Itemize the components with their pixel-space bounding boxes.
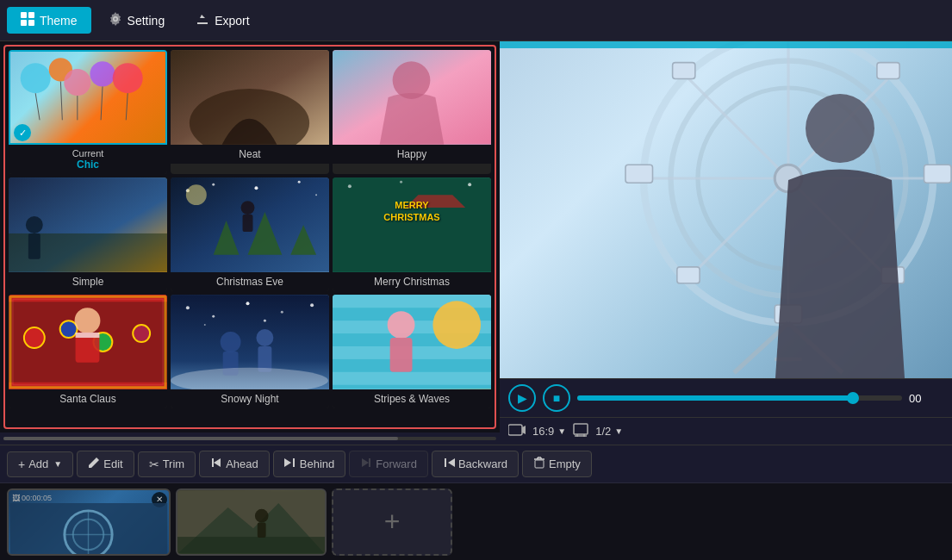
theme-item-santa-claus[interactable]: Santa Claus (9, 295, 167, 408)
svg-point-6 (64, 69, 90, 96)
setting-tab[interactable]: Setting (95, 7, 179, 34)
theme-item-happy[interactable]: Happy (333, 50, 491, 174)
empty-label: Empty (549, 457, 581, 470)
happy-label: Happy (397, 148, 427, 160)
edit-button[interactable]: Edit (77, 451, 134, 477)
clip-1-timestamp: 🖼 00:00:05 (12, 494, 52, 502)
svg-rect-96 (535, 460, 544, 468)
svg-point-109 (255, 508, 269, 522)
svg-point-60 (256, 329, 273, 346)
play-button[interactable]: ▶ (508, 384, 536, 412)
svg-rect-110 (258, 522, 266, 538)
play-icon: ▶ (518, 391, 527, 405)
image-icon: 🖼 (12, 494, 20, 502)
svg-point-4 (21, 63, 51, 93)
aspect-ratio-selector[interactable]: 16:9 ▼ (532, 425, 566, 438)
behind-icon (284, 457, 296, 471)
preview-area (500, 41, 952, 378)
svg-point-26 (298, 181, 301, 184)
progress-fill (577, 395, 853, 401)
clip-1-time: 00:00:05 (22, 494, 52, 502)
add-icon: + (18, 457, 25, 471)
setting-gear-icon (109, 12, 122, 28)
svg-line-10 (60, 82, 62, 121)
ahead-icon (210, 457, 222, 471)
svg-rect-21 (28, 233, 40, 259)
theme-item-chic[interactable]: ✓ Current Chic (9, 50, 167, 174)
theme-panel: ✓ Current Chic (0, 41, 500, 445)
svg-point-58 (221, 332, 241, 352)
svg-rect-3 (28, 20, 34, 26)
stop-button[interactable]: ■ (543, 384, 570, 412)
page-dropdown-arrow: ▼ (614, 426, 623, 436)
main-content: ✓ Current Chic (0, 41, 952, 445)
add-clip-button[interactable]: + (332, 488, 452, 556)
svg-point-36 (400, 181, 402, 184)
timeline: 🖼 00:00:05 ✕ + (0, 482, 952, 560)
svg-point-55 (310, 303, 314, 307)
theme-item-stripes-waves[interactable]: Stripes & Waves (333, 295, 491, 408)
aspect-ratio-label: 16:9 (532, 425, 554, 438)
current-label: Current (9, 148, 167, 159)
empty-button[interactable]: Empty (522, 451, 592, 477)
page-selector[interactable]: 1/2 ▼ (595, 425, 623, 438)
theme-grid-wrapper: ✓ Current Chic (3, 45, 496, 429)
backward-label: Backward (458, 457, 507, 470)
trim-scissors-icon: ✂ (149, 457, 159, 471)
forward-button[interactable]: Forward (349, 451, 428, 477)
svg-point-68 (432, 301, 481, 349)
trim-button[interactable]: ✂ Trim (138, 451, 196, 477)
theme-tab[interactable]: Theme (7, 7, 91, 34)
theme-item-simple[interactable]: Simple (9, 177, 167, 291)
backward-button[interactable]: Backward (432, 451, 519, 477)
export-tab[interactable]: Export (182, 7, 263, 34)
progress-knob[interactable] (847, 392, 859, 404)
edit-icon (88, 457, 100, 471)
theme-item-neat[interactable]: Neat (171, 50, 329, 174)
stop-icon: ■ (553, 391, 560, 405)
svg-point-57 (264, 320, 266, 322)
add-clip-icon: + (384, 506, 401, 538)
svg-point-51 (186, 306, 190, 309)
theme-item-snowy-night[interactable]: Snowy Night (171, 295, 329, 408)
trash-icon (533, 457, 545, 471)
svg-point-35 (348, 184, 352, 188)
theme-item-christmas-eve[interactable]: Christmas Eve (171, 177, 329, 291)
ahead-label: Ahead (226, 457, 258, 470)
bottom-toolbar: + Add ▼ Edit ✂ Trim Ahead Behind Forward… (0, 445, 952, 482)
simple-label: Simple (72, 276, 104, 288)
fullscreen-icon[interactable] (573, 421, 588, 441)
svg-point-27 (315, 194, 317, 196)
timeline-clip-2[interactable] (176, 488, 327, 556)
chic-label: Chic (77, 159, 99, 171)
svg-rect-108 (177, 537, 325, 554)
svg-rect-82 (673, 63, 695, 79)
svg-rect-85 (677, 267, 700, 283)
behind-button[interactable]: Behind (273, 451, 345, 477)
timeline-clip-1[interactable]: 🖼 00:00:05 ✕ (7, 488, 171, 556)
svg-point-56 (204, 324, 206, 326)
svg-rect-33 (243, 215, 253, 232)
preview-panel: ▶ ■ 00 16:9 ▼ (500, 41, 952, 445)
preview-top-bar (500, 41, 952, 48)
theme-tab-label: Theme (40, 14, 78, 28)
christmas-eve-label: Christmas Eve (216, 276, 283, 288)
progress-bar[interactable] (577, 395, 902, 401)
add-button[interactable]: + Add ▼ (7, 451, 73, 477)
svg-rect-70 (390, 338, 413, 372)
svg-point-41 (24, 327, 45, 348)
theme-item-merry-christmas[interactable]: MERRYCHRISTMAS Merry Christmas (333, 177, 491, 291)
ahead-button[interactable]: Ahead (199, 451, 270, 477)
time-display: 00 (909, 392, 943, 405)
svg-rect-47 (76, 333, 100, 338)
add-dropdown-arrow[interactable]: ▼ (53, 459, 62, 469)
svg-point-8 (113, 63, 143, 93)
svg-rect-67 (333, 372, 491, 385)
aspect-ratio-dropdown-arrow: ▼ (557, 426, 566, 436)
svg-point-37 (468, 183, 471, 186)
svg-point-52 (212, 315, 215, 318)
svg-point-44 (133, 325, 150, 342)
svg-line-12 (101, 86, 103, 120)
svg-point-20 (26, 216, 43, 233)
preview-footer: 16:9 ▼ 1/2 ▼ (500, 417, 952, 445)
